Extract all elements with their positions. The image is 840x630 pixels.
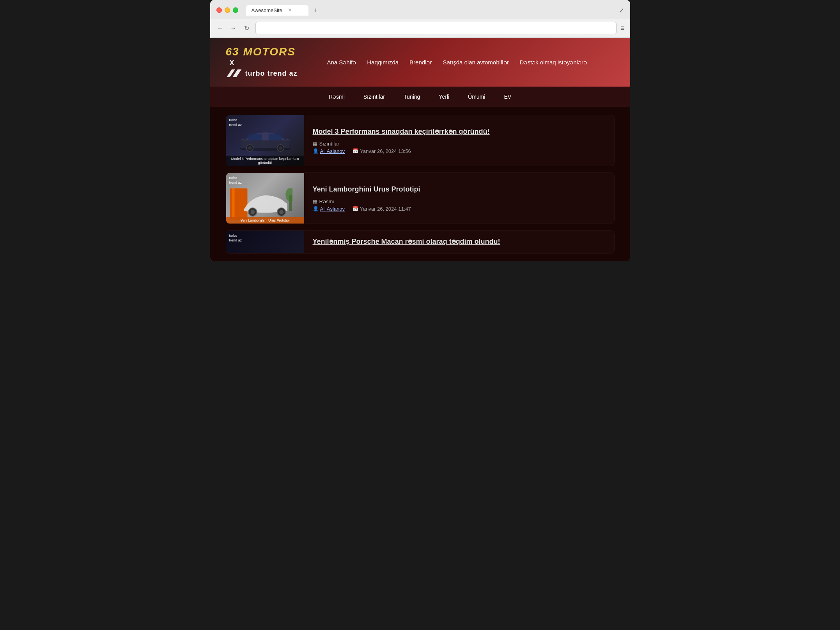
article-category-1: ▦ Sızıntılar bbox=[313, 141, 606, 147]
nav-satisda[interactable]: Satışda olan avtomobillər bbox=[443, 59, 509, 66]
nav-brendler[interactable]: Brendlər bbox=[409, 59, 432, 66]
article-thumb-2: turbo trend az bbox=[226, 173, 304, 224]
article-thumb-1: turbo trend az bbox=[226, 115, 304, 166]
browser-toolbar: ← → ↻ ≡ bbox=[210, 19, 630, 38]
maximize-button[interactable] bbox=[233, 7, 238, 13]
nav-destek[interactable]: Dəstək olmaq istəyənlərə bbox=[520, 59, 587, 66]
svg-rect-5 bbox=[268, 134, 282, 140]
article-details-2: 👤 Ali Aslanov 📅 Yanvar 26, 2024 11:47 bbox=[313, 206, 606, 212]
tab-label: AwesomeSite bbox=[252, 7, 282, 13]
tab-sizintilar[interactable]: Sızıntılar bbox=[355, 91, 393, 103]
forward-button[interactable]: → bbox=[229, 25, 238, 32]
site-nav: Ana Səhifə Haqqımızda Brendlər Satışda o… bbox=[327, 59, 615, 66]
article-meta-2: ▦ Rəsmi 👤 Ali Aslanov 📅 Yanvar 26, 2024 … bbox=[313, 199, 606, 212]
car-image-2 bbox=[230, 188, 292, 220]
article-category-2: ▦ Rəsmi bbox=[313, 199, 606, 204]
thumb-watermark-3: turbo trend az bbox=[229, 234, 242, 243]
traffic-lights bbox=[216, 7, 238, 13]
articles-container: turbo trend az bbox=[210, 107, 630, 261]
article-thumb-3: turbo trend az bbox=[226, 231, 304, 254]
thumb-bg-2: turbo trend az bbox=[226, 173, 304, 224]
article-title-3[interactable]: Yenilənmiş Porsche Macan rəsmi olaraq tə… bbox=[313, 237, 606, 247]
tab-umumi[interactable]: Ümumi bbox=[459, 91, 494, 103]
logo-63motors: 63 MOTORS bbox=[226, 46, 296, 58]
nav-haqqimizda[interactable]: Haqqımızda bbox=[367, 59, 399, 66]
article-info-3: Yenilənmiş Porsche Macan rəsmi olaraq tə… bbox=[304, 231, 614, 253]
article-author-1[interactable]: 👤 Ali Aslanov bbox=[313, 148, 345, 154]
thumb-caption-2: Yeni Lamborghini Urus Prototipi bbox=[226, 217, 304, 224]
thumb-bg-3: turbo trend az bbox=[226, 231, 304, 254]
article-author-2[interactable]: 👤 Ali Aslanov bbox=[313, 206, 345, 212]
article-card-1: turbo trend az bbox=[226, 115, 615, 166]
car-image-1 bbox=[238, 127, 292, 154]
browser-window: AwesomeSite ✕ + ⤢ ← → ↻ ≡ 63 MOTORS X bbox=[210, 0, 630, 261]
article-details-1: 👤 Ali Aslanov 📅 Yanvar 26, 2024 13:56 bbox=[313, 148, 606, 154]
thumb-watermark-1: turbo trend az bbox=[229, 118, 242, 127]
tab-bar: AwesomeSite ✕ + bbox=[246, 5, 614, 16]
article-card-3: turbo trend az Yenilənmiş Porsche Macan … bbox=[226, 230, 615, 254]
nav-ana-sehife[interactable]: Ana Səhifə bbox=[327, 59, 356, 66]
tab-close-icon[interactable]: ✕ bbox=[288, 7, 292, 13]
thumb-bg-1: turbo trend az bbox=[226, 115, 304, 166]
category-icon-2: ▦ bbox=[313, 199, 317, 204]
article-info-2: Yeni Lamborghini Urus Prototipi ▦ Rəsmi … bbox=[304, 173, 614, 224]
active-tab[interactable]: AwesomeSite ✕ bbox=[246, 5, 308, 16]
logo-x: X bbox=[230, 59, 234, 67]
date-icon-2: 📅 bbox=[353, 206, 358, 211]
svg-point-7 bbox=[248, 146, 252, 150]
tab-resmi[interactable]: Rəsmi bbox=[320, 91, 353, 103]
svg-point-17 bbox=[285, 188, 292, 202]
turbo-text: turbo trend az bbox=[245, 69, 298, 78]
article-title-1[interactable]: Model 3 Performans sınaqdan keçirilərrkə… bbox=[313, 127, 606, 137]
svg-rect-4 bbox=[248, 134, 262, 140]
minimize-button[interactable] bbox=[225, 7, 230, 13]
new-tab-button[interactable]: + bbox=[310, 5, 321, 16]
close-button[interactable] bbox=[216, 7, 222, 13]
thumb-watermark-2: turbo trend az bbox=[229, 176, 242, 185]
svg-point-9 bbox=[279, 146, 282, 150]
tab-tuning[interactable]: Tuning bbox=[395, 91, 429, 103]
turbo-logo-icon bbox=[226, 68, 242, 79]
logo-area: 63 MOTORS X turbo trend az bbox=[226, 46, 312, 79]
refresh-button[interactable]: ↻ bbox=[242, 25, 252, 32]
article-title-2[interactable]: Yeni Lamborghini Urus Prototipi bbox=[313, 185, 606, 194]
article-date-2: 📅 Yanvar 26, 2024 11:47 bbox=[353, 206, 411, 212]
tab-yerli[interactable]: Yerli bbox=[430, 91, 458, 103]
logo-turbo: turbo trend az bbox=[226, 68, 298, 79]
back-button[interactable]: ← bbox=[216, 25, 225, 32]
article-meta-1: ▦ Sızıntılar 👤 Ali Aslanov 📅 Yanvar 26, … bbox=[313, 141, 606, 154]
article-card-2: turbo trend az bbox=[226, 172, 615, 224]
tab-ev[interactable]: EV bbox=[495, 91, 520, 103]
date-icon-1: 📅 bbox=[353, 148, 358, 154]
tt-logo-icon bbox=[253, 252, 277, 254]
category-icon-1: ▦ bbox=[313, 141, 317, 147]
svg-rect-11 bbox=[232, 188, 234, 220]
expand-icon[interactable]: ⤢ bbox=[619, 7, 624, 14]
site-header: 63 MOTORS X turbo trend az Ana Səhifə Ha… bbox=[210, 38, 630, 87]
site-content: 63 MOTORS X turbo trend az Ana Səhifə Ha… bbox=[210, 38, 630, 261]
svg-point-15 bbox=[279, 210, 284, 214]
category-tabs: Rəsmi Sızıntılar Tuning Yerli Ümumi EV bbox=[210, 87, 630, 107]
author-icon-2: 👤 bbox=[313, 206, 319, 211]
article-date-1: 📅 Yanvar 26, 2024 13:56 bbox=[353, 148, 411, 154]
author-icon-1: 👤 bbox=[313, 148, 319, 154]
browser-titlebar: AwesomeSite ✕ + ⤢ bbox=[210, 0, 630, 19]
menu-icon[interactable]: ≡ bbox=[620, 24, 625, 32]
address-bar[interactable] bbox=[255, 22, 617, 34]
thumb-caption-1: Model 3 Performans sınaqdan keçirilərrkə… bbox=[226, 156, 304, 166]
svg-point-13 bbox=[250, 210, 255, 214]
article-info-1: Model 3 Performans sınaqdan keçirilərrkə… bbox=[304, 115, 614, 166]
